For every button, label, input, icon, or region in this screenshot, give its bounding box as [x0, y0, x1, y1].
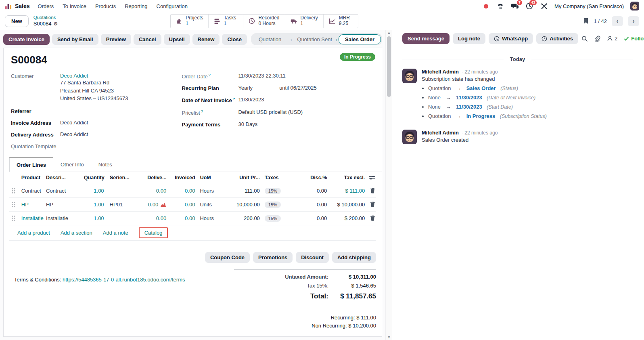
notebook-tab[interactable]: Notes	[91, 157, 119, 172]
cell-product[interactable]: Installatie	[21, 215, 46, 221]
cell-quantity[interactable]: 1.00	[84, 188, 104, 194]
promo-button[interactable]: Discount	[296, 252, 329, 263]
action-button[interactable]: Close	[222, 34, 247, 45]
cell-disc[interactable]: 0.00	[292, 215, 327, 221]
action-button[interactable]: Upsell	[164, 34, 190, 45]
customer-link[interactable]: Deco Addict	[60, 73, 88, 79]
drag-handle-icon[interactable]	[9, 215, 21, 221]
notebook-tab[interactable]: Other Info	[53, 157, 91, 172]
avatar[interactable]	[402, 69, 417, 83]
scroll-up-icon[interactable]: ▲	[386, 31, 392, 35]
cell-description[interactable]: Contract	[46, 188, 84, 194]
pager-prev-button[interactable]: ‹	[612, 16, 623, 26]
scroll-down-icon[interactable]: ▼	[386, 335, 392, 339]
stat-button-recorded[interactable]: Recorded0 Hours	[243, 15, 284, 28]
status-step[interactable]: Sales Order	[339, 34, 381, 44]
cell-uom[interactable]: Hours	[195, 215, 221, 221]
notebook-tab[interactable]: Order Lines	[9, 157, 53, 172]
app-name[interactable]: Sales	[15, 3, 30, 9]
whatsapp-button[interactable]: WhatsApp	[489, 33, 533, 44]
cell-unit-price[interactable]: 10,000.00	[222, 201, 260, 208]
menu-item[interactable]: Products	[95, 3, 116, 9]
voip-phone-icon[interactable]	[496, 2, 504, 10]
recurring-plan-value[interactable]: Yearly	[238, 85, 253, 91]
cell-invoiced[interactable]: 0.00	[166, 215, 195, 221]
bookmark-icon[interactable]	[583, 18, 589, 24]
add-line-link[interactable]: Add a note	[103, 230, 128, 236]
menu-item[interactable]: Reporting	[125, 3, 147, 9]
stat-button-projects[interactable]: Projects1	[171, 15, 208, 28]
search-messages-icon[interactable]	[581, 36, 588, 42]
message-author[interactable]: Mitchell Admin	[422, 130, 459, 136]
cell-description[interactable]: Installatie	[46, 215, 84, 221]
new-value[interactable]: Sales Order	[466, 85, 496, 91]
action-button[interactable]: Send by Email	[52, 34, 98, 45]
cell-delivered[interactable]: 0.00	[130, 188, 166, 194]
avatar[interactable]	[402, 130, 417, 144]
col-header-disc[interactable]: Disc.%	[292, 175, 327, 180]
cell-taxes[interactable]: 15%	[260, 188, 292, 194]
next-invoice-value[interactable]: 11/30/2023	[238, 97, 264, 103]
delivery-address-value[interactable]: Deco Addict	[60, 131, 88, 138]
add-line-link[interactable]: Add a section	[61, 230, 92, 236]
status-step[interactable]: Quotation	[252, 35, 288, 44]
new-button[interactable]: New	[5, 15, 29, 27]
cell-quantity[interactable]: 1.00	[84, 215, 104, 221]
menu-item[interactable]: To Invoice	[63, 3, 86, 9]
new-value[interactable]: 11/30/2023	[456, 94, 482, 101]
delete-row-icon[interactable]	[365, 188, 376, 193]
cell-unit-price[interactable]: 111.00	[222, 188, 260, 194]
cell-disc[interactable]: 0.00	[292, 188, 327, 194]
menu-item[interactable]: Orders	[38, 3, 54, 9]
col-header-invoiced[interactable]: Invoiced	[166, 175, 195, 180]
col-header-description[interactable]: Descri...	[46, 175, 84, 180]
add-line-link[interactable]: Add a product	[17, 230, 50, 236]
messages-icon[interactable]: 7	[511, 2, 519, 10]
forecast-alert-icon[interactable]	[160, 202, 166, 207]
followers-button[interactable]: 2	[607, 36, 617, 42]
col-header-quantity[interactable]: Quantity	[84, 175, 104, 180]
cell-quantity[interactable]: 1.00	[84, 201, 104, 208]
scrollbar-thumb[interactable]	[387, 36, 391, 97]
payment-terms-value[interactable]: 30 Days	[238, 121, 257, 128]
app-switcher[interactable]: Sales	[5, 3, 30, 10]
company-name[interactable]: My Company (San Francisco)	[554, 3, 624, 9]
promo-button[interactable]: Add shipping	[332, 252, 376, 263]
delete-row-icon[interactable]	[365, 215, 376, 221]
breadcrumb-parent[interactable]: Quotations	[33, 15, 58, 21]
activities-button[interactable]: Activities	[536, 33, 578, 44]
terms-link[interactable]: https://54485365-17-0-all.runbot185.odoo…	[63, 277, 185, 283]
cell-invoiced[interactable]: 0.00	[166, 188, 195, 194]
cell-serial[interactable]: HP01	[104, 201, 130, 208]
pricelist-value[interactable]: Default USD pricelist (USD)	[238, 109, 303, 116]
delete-row-icon[interactable]	[365, 201, 376, 207]
cell-unit-price[interactable]: 200.00	[222, 215, 260, 221]
invoice-address-value[interactable]: Deco Addict	[60, 120, 88, 126]
status-step[interactable]: Quotation Sent	[288, 34, 339, 44]
col-header-product[interactable]: Product	[21, 175, 46, 180]
action-button[interactable]: Create Invoice	[3, 34, 50, 45]
message-author[interactable]: Mitchell Admin	[422, 69, 459, 75]
drag-handle-icon[interactable]	[9, 188, 21, 194]
activities-clock-icon[interactable]: 43	[525, 2, 533, 10]
cell-uom[interactable]: Hours	[195, 188, 221, 194]
recording-icon[interactable]	[482, 2, 490, 10]
col-header-serial[interactable]: Serien...	[104, 175, 130, 180]
order-date-value[interactable]: 11/30/2023 22:30:11	[238, 73, 285, 80]
log-note-button[interactable]: Log note	[453, 33, 485, 44]
cell-product[interactable]: Contract	[21, 188, 46, 194]
col-header-uom[interactable]: UoM	[195, 175, 222, 180]
promo-button[interactable]: Promotions	[253, 252, 293, 263]
tools-icon[interactable]	[540, 2, 548, 10]
new-value[interactable]: In Progress	[466, 113, 496, 119]
cell-invoiced[interactable]: 0.00	[166, 201, 195, 208]
cell-taxes[interactable]: 15%	[260, 215, 292, 221]
stat-button-delivery[interactable]: Delivery1	[285, 15, 323, 28]
column-settings-icon[interactable]	[369, 175, 375, 180]
drag-handle-icon[interactable]	[9, 201, 21, 208]
menu-item[interactable]: Configuration	[157, 3, 188, 9]
col-header-subtotal[interactable]: Tax excl.	[327, 175, 365, 180]
pager-next-button[interactable]: ›	[628, 16, 639, 26]
cell-delivered[interactable]: 0.00	[130, 201, 166, 208]
stat-button-mrr[interactable]: MRR9.25	[323, 15, 358, 28]
